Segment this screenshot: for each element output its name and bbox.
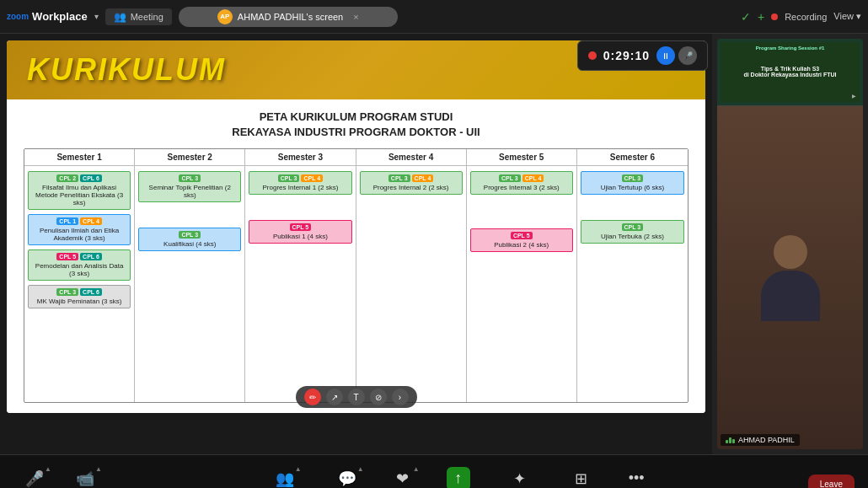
recording-label: Recording: [785, 12, 827, 22]
meeting-label: Meeting: [131, 12, 163, 22]
annotation-pen-btn[interactable]: ✏: [304, 389, 321, 405]
audio-icon-wrapper: 🎤 ▲: [23, 467, 46, 489]
toolbar-center: 👥 ▲ 28 Participants 💬 ▲ Chat ❤ ▲ React: [257, 467, 658, 489]
apps-tool[interactable]: ⊞ Apps: [560, 467, 602, 489]
side-panel: Program Sharing Session #1 Tips & Trik K…: [712, 34, 868, 454]
share-tool[interactable]: ↑ Share: [437, 467, 480, 489]
speaker-video: AHMAD PADHIL: [717, 106, 863, 449]
chat-tool[interactable]: 💬 ▲ Chat: [326, 467, 368, 489]
close-icon[interactable]: ×: [353, 12, 358, 22]
annotation-more-btn[interactable]: ›: [392, 389, 409, 405]
audio-level-icon: [726, 437, 735, 443]
speaker-name: AHMAD PADHIL: [738, 436, 795, 444]
thumb-subtitle: Tips & Trik Kuliah S3di Doktor Rekayasa …: [724, 66, 856, 78]
video-icon-wrapper: 📹 ▲: [73, 467, 97, 489]
speaker-head: [774, 235, 807, 269]
rec-dot: [771, 13, 778, 20]
speaker-name-bar: AHMAD PADHIL: [721, 434, 800, 446]
course-box: CPL 3CPL 4 Progres Internal 3 (2 sks): [470, 171, 573, 195]
zoom-logo-text: zoom: [7, 12, 29, 21]
check-icon: ✓: [741, 10, 751, 24]
timer-text: 0:29:10: [603, 49, 650, 62]
react-icon: ❤: [391, 467, 415, 489]
annotation-text-btn[interactable]: T: [348, 389, 365, 405]
sem-header-5: Semester 5: [467, 149, 577, 166]
sem-header-2: Semester 2: [135, 149, 245, 166]
more-tool[interactable]: ••• More: [615, 467, 657, 489]
view-button[interactable]: View ▾: [833, 11, 861, 22]
video-icon: 📹: [73, 467, 97, 489]
meeting-pill[interactable]: 👥 Meeting: [105, 8, 172, 25]
video-chevron: ▲: [95, 465, 102, 473]
app-chevron[interactable]: ▾: [94, 12, 99, 21]
course-box: CPL 3 Ujian Tertutup (6 sks): [581, 171, 684, 195]
recording-indicator: [588, 51, 597, 60]
zoom-logo: zoom Workplace: [7, 10, 88, 23]
timer-panel: 0:29:10 ⏸ 🎤: [577, 40, 708, 71]
toolbar-left: 🎤 ▲ Audio 📹 ▲ Video: [13, 467, 106, 489]
more-icon: •••: [624, 467, 648, 489]
ai-companion-tool[interactable]: ✦ AI Companion: [493, 467, 546, 489]
timer-buttons: ⏸ 🎤: [656, 46, 697, 65]
slide-title: KURIKULUM: [27, 52, 226, 88]
chat-chevron: ▲: [357, 465, 364, 473]
sem-header-4: Semester 4: [356, 149, 467, 166]
sem-header-1: Semester 1: [24, 149, 135, 166]
course-box: CPL 5 Publikasi 2 (4 sks): [470, 228, 573, 252]
audio-tool[interactable]: 🎤 ▲ Audio: [13, 467, 56, 489]
course-box: CPL 3CPL 6 MK Wajib Peminatan (3 sks): [28, 285, 131, 308]
app-name: Workplace: [32, 10, 88, 23]
sem-col-6: CPL 3 Ujian Tertutup (6 sks) CPL 3 Ujian…: [577, 166, 688, 402]
speaker-silhouette: [717, 106, 863, 449]
sem-col-4: CPL 3CPL 4 Progres Internal 2 (2 sks): [356, 166, 467, 402]
leave-label: Leave: [820, 480, 843, 488]
react-tool[interactable]: ❤ ▲ React: [382, 467, 424, 489]
participants-tool[interactable]: 👥 ▲ 28 Participants: [257, 467, 313, 489]
apps-icon: ⊞: [569, 467, 592, 489]
sem-col-2: CPL 3 Seminar Topik Penelitian (2 sks) C…: [135, 166, 245, 402]
semester-body-row: CPL 2CPL 6 Filsafat Ilmu dan Aplikasi Me…: [24, 166, 688, 402]
react-chevron: ▲: [413, 465, 420, 473]
curriculum-map: PETA KURIKULUM PROGRAM STUDI REKAYASA IN…: [7, 99, 705, 413]
toolbar: 🎤 ▲ Audio 📹 ▲ Video 👥 ▲ 28 Participants: [0, 454, 868, 488]
avatar: AP: [217, 9, 233, 24]
timer-pause-btn[interactable]: ⏸: [656, 46, 675, 65]
course-box: CPL 3CPL 4 Progres Internal 1 (2 sks): [249, 171, 351, 195]
timer-mic-btn[interactable]: 🎤: [678, 46, 697, 65]
annotation-arrow-btn[interactable]: ↗: [326, 389, 343, 405]
ai-companion-icon: ✦: [507, 467, 531, 489]
annotation-clear-btn[interactable]: ⊘: [370, 389, 387, 405]
presentation-area: KURIKULUM PETA KURIKULUM PROGRAM STUDI R…: [0, 34, 712, 454]
semester-table: Semester 1 Semester 2 Semester 3 Semeste…: [24, 148, 689, 403]
chat-icon-wrapper: 💬 ▲: [335, 467, 359, 489]
participants-icon: 👥: [273, 467, 297, 489]
video-tool[interactable]: 📹 ▲ Video: [64, 467, 106, 489]
sem-col-3: CPL 3CPL 4 Progres Internal 1 (2 sks) CP…: [245, 166, 356, 402]
course-box: CPL 3 Seminar Topik Penelitian (2 sks): [138, 171, 241, 202]
sem-header-6: Semester 6: [577, 149, 688, 166]
map-title: PETA KURIKULUM PROGRAM STUDI REKAYASA IN…: [24, 110, 689, 140]
topbar: zoom Workplace ▾ 👥 Meeting AP AHMAD PADH…: [0, 0, 868, 34]
audio-icon: 🎤: [23, 467, 46, 489]
speaker-body: [761, 271, 820, 321]
sem-col-5: CPL 3CPL 4 Progres Internal 3 (2 sks) CP…: [467, 166, 577, 402]
main-area: KURIKULUM PETA KURIKULUM PROGRAM STUDI R…: [0, 34, 868, 454]
leave-tool[interactable]: Leave: [808, 475, 855, 488]
annotation-bar: ✏ ↗ T ⊘ ›: [296, 386, 417, 408]
slide-container: KURIKULUM PETA KURIKULUM PROGRAM STUDI R…: [7, 40, 705, 413]
audio-chevron: ▲: [45, 465, 51, 473]
slide-outer: KURIKULUM PETA KURIKULUM PROGRAM STUDI R…: [7, 40, 705, 448]
screen-share-pill: AP AHMAD PADHIL's screen ×: [179, 7, 398, 27]
speaker-card: Program Sharing Session #1 Tips & Trik K…: [717, 39, 863, 449]
course-box: CPL 5 Publikasi 1 (4 sks): [249, 220, 351, 244]
sem-header-3: Semester 3: [245, 149, 356, 166]
course-box: CPL 3 Ujian Terbuka (2 sks): [581, 220, 684, 244]
topbar-right: ✓ + Recording View ▾: [741, 10, 861, 24]
course-box: CPL 1CPL 4 Penulisan Ilmiah dan Etika Ak…: [28, 214, 131, 245]
course-box: CPL 3 Kualifikasi (4 sks): [138, 228, 241, 251]
react-icon-wrapper: ❤ ▲: [391, 467, 415, 489]
sem-col-1: CPL 2CPL 6 Filsafat Ilmu dan Aplikasi Me…: [24, 166, 135, 402]
course-box: CPL 2CPL 6 Filsafat Ilmu dan Aplikasi Me…: [28, 171, 131, 210]
participants-chevron: ▲: [295, 465, 302, 473]
screen-share-text: AHMAD PADHIL's screen: [238, 12, 343, 22]
